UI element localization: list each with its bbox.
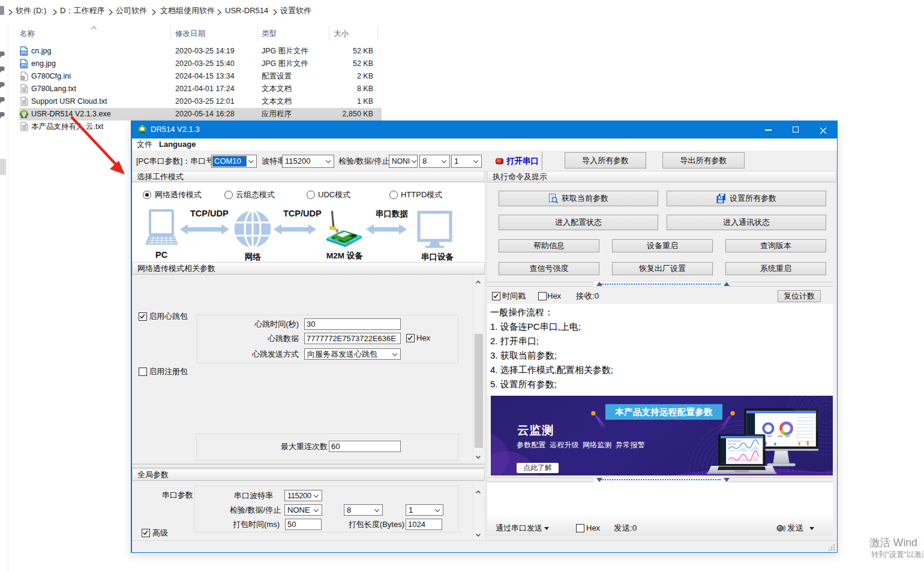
svg-text:串口数据: 串口数据 (376, 209, 409, 218)
svg-text:M2M 设备: M2M 设备 (326, 251, 363, 260)
svg-text:TCP/UDP: TCP/UDP (283, 209, 322, 218)
svg-text:JPG: JPG (20, 51, 27, 55)
svg-text:串口设备: 串口设备 (421, 252, 454, 261)
svg-text:PC: PC (155, 250, 168, 260)
svg-text:网络: 网络 (245, 252, 262, 261)
svg-text:JPG: JPG (20, 64, 27, 67)
svg-text:TCP/UDP: TCP/UDP (190, 209, 229, 218)
